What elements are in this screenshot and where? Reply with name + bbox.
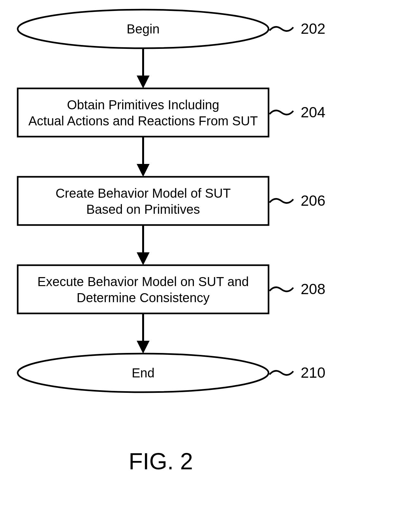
create-line2: Based on Primitives [86, 202, 200, 216]
tilde-208 [269, 287, 293, 292]
tilde-202 [269, 27, 293, 31]
create-process [18, 177, 269, 225]
ref-202: 202 [301, 20, 325, 37]
arrow-4-head [137, 341, 150, 354]
arrow-3-head [137, 252, 150, 265]
figure-caption: FIG. 2 [129, 448, 193, 474]
ref-206: 206 [301, 192, 325, 209]
execute-line2: Determine Consistency [77, 291, 210, 305]
end-label: End [132, 366, 154, 380]
create-line1: Create Behavior Model of SUT [56, 186, 231, 200]
ref-208: 208 [301, 281, 325, 297]
flowchart-figure: Begin Obtain Primitives Including Actual… [0, 0, 420, 514]
arrow-2-head [137, 164, 150, 177]
execute-line1: Execute Behavior Model on SUT and [37, 275, 249, 289]
tilde-206 [269, 199, 293, 203]
ref-210: 210 [301, 364, 325, 381]
execute-process [18, 265, 269, 313]
obtain-line2: Actual Actions and Reactions From SUT [28, 114, 258, 128]
begin-label: Begin [127, 22, 160, 36]
tilde-204 [269, 111, 293, 115]
obtain-process [18, 88, 269, 137]
ref-204: 204 [301, 104, 325, 121]
obtain-line1: Obtain Primitives Including [67, 98, 219, 112]
arrow-1-head [137, 76, 150, 88]
tilde-210 [269, 371, 293, 375]
